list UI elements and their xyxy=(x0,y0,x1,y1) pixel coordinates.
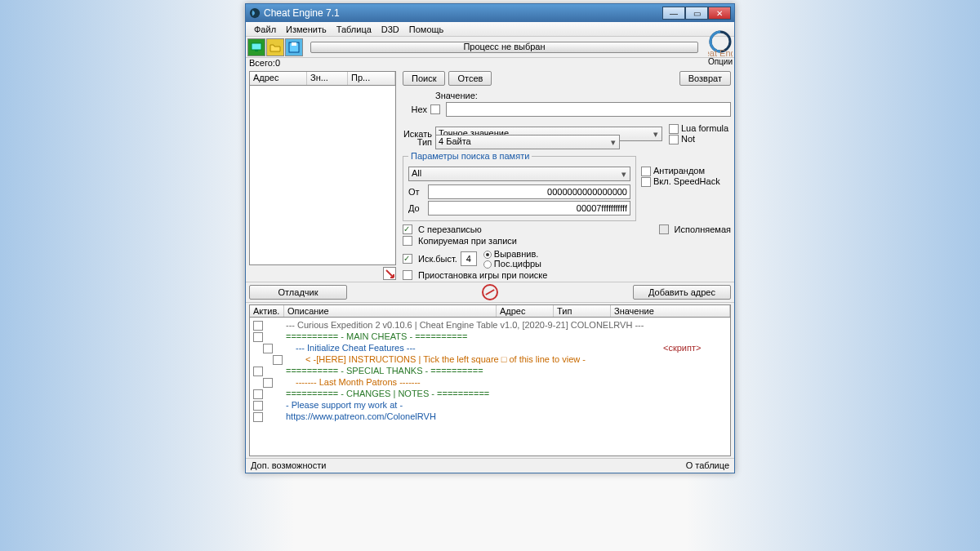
table-row[interactable]: --- Initialize Cheat Features ---<скрипт… xyxy=(252,342,728,353)
row-description: - Please support my work at - xyxy=(286,400,662,410)
table-row[interactable]: https://www.patreon.com/ColonelRVH xyxy=(252,411,728,422)
speedhack-checkbox[interactable] xyxy=(641,177,651,187)
menu-d3d[interactable]: D3D xyxy=(376,24,404,34)
monitor-icon xyxy=(251,42,262,53)
table-row[interactable]: ------- Last Month Patrons ------- xyxy=(252,376,728,388)
menubar: Файл Изменить Таблица D3D Помощь xyxy=(246,22,734,37)
progress-bar xyxy=(310,42,698,53)
value-label: Значение: xyxy=(435,91,478,100)
row-checkbox[interactable] xyxy=(273,355,283,365)
cheat-table-header[interactable]: Актив. Описание Адрес Тип Значение xyxy=(249,304,731,318)
open-file-button[interactable] xyxy=(266,38,284,56)
row-description: --- Initialize Cheat Features --- xyxy=(286,343,662,353)
svg-rect-4 xyxy=(292,42,296,46)
toolbar: Процесс не выбран Cheat Engine Опции xyxy=(246,37,734,58)
app-icon xyxy=(249,7,261,19)
col-address[interactable]: Адрес xyxy=(250,72,307,85)
results-list[interactable] xyxy=(249,86,396,265)
table-row[interactable]: ========== - CHANGES | NOTES - =========… xyxy=(252,388,728,399)
svg-rect-1 xyxy=(252,43,261,50)
col-value[interactable]: Зн... xyxy=(307,72,348,85)
row-checkbox[interactable] xyxy=(253,321,263,331)
row-checkbox[interactable] xyxy=(263,344,273,353)
antirandom-checkbox[interactable] xyxy=(641,167,651,176)
filter-button[interactable]: Отсев xyxy=(448,71,492,86)
maximize-button[interactable]: ▭ xyxy=(685,7,708,20)
row-description: ========== - MAIN CHEATS - ========== xyxy=(286,331,662,341)
menu-table[interactable]: Таблица xyxy=(332,24,376,34)
align-radio[interactable] xyxy=(483,251,492,259)
row-checkbox[interactable] xyxy=(263,378,273,388)
row-checkbox[interactable] xyxy=(253,367,263,376)
revert-button[interactable]: Возврат xyxy=(679,71,731,86)
open-process-button[interactable] xyxy=(247,38,265,56)
row-description: ------- Last Month Patrons ------- xyxy=(286,377,662,387)
no-entry-icon[interactable] xyxy=(482,284,498,300)
row-description: https://www.patreon.com/ColonelRVH xyxy=(286,411,662,421)
row-checkbox[interactable] xyxy=(253,412,263,422)
titlebar[interactable]: Cheat Engine 7.1 — ▭ ✕ xyxy=(246,4,734,22)
statusbar: Доп. возможности О таблице xyxy=(246,458,734,473)
row-checkbox[interactable] xyxy=(253,389,263,399)
col-active[interactable]: Актив. xyxy=(250,305,284,317)
col-value[interactable]: Значение xyxy=(611,305,730,317)
row-checkbox[interactable] xyxy=(253,401,263,411)
cheat-table-body[interactable]: --- Curious Expedition 2 v0.10.6 | Cheat… xyxy=(249,318,731,456)
cow-checkbox[interactable] xyxy=(403,236,412,246)
valtype-label: Тип xyxy=(403,137,432,147)
close-button[interactable]: ✕ xyxy=(708,7,731,20)
table-row[interactable]: ========== - SPECIAL THANKS - ========== xyxy=(252,365,728,376)
writable-checkbox[interactable] xyxy=(403,224,412,234)
status-right[interactable]: О таблице xyxy=(686,460,729,471)
app-window: Cheat Engine 7.1 — ▭ ✕ Файл Изменить Таб… xyxy=(245,3,735,473)
col-previous[interactable]: Пр... xyxy=(348,72,395,85)
value-input[interactable] xyxy=(446,102,731,117)
from-input[interactable] xyxy=(428,184,630,199)
total-row: Всего: 0 xyxy=(246,58,734,69)
results-header[interactable]: Адрес Зн... Пр... xyxy=(249,71,396,86)
group-title: Параметры поиска в памяти xyxy=(408,151,532,161)
align-label: Выравнив. xyxy=(494,249,538,259)
menu-file[interactable]: Файл xyxy=(249,24,281,34)
region-select[interactable]: All xyxy=(408,167,630,181)
table-row[interactable]: --- Curious Expedition 2 v0.10.6 | Cheat… xyxy=(252,319,728,331)
diskette-icon xyxy=(288,42,300,53)
hex-label: Hex xyxy=(403,104,427,114)
svg-rect-2 xyxy=(255,50,258,51)
save-button[interactable] xyxy=(285,38,303,56)
cow-label: Копируемая при записи xyxy=(418,236,517,246)
table-row[interactable]: - Please support my work at - xyxy=(252,399,728,411)
pause-checkbox[interactable] xyxy=(403,270,412,280)
status-left[interactable]: Доп. возможности xyxy=(251,460,326,471)
writable-label: С перезаписью xyxy=(418,224,482,234)
col-type[interactable]: Тип xyxy=(554,305,611,317)
options-link[interactable]: Опции xyxy=(708,57,733,66)
debugger-button[interactable]: Отладчик xyxy=(249,285,347,300)
lastdigits-radio[interactable] xyxy=(483,260,492,269)
valtype-select[interactable]: 4 Байта xyxy=(435,135,620,149)
speedhack-label: Вкл. SpeedHack xyxy=(653,176,720,186)
executable-checkbox[interactable] xyxy=(659,224,669,234)
ce-logo-icon[interactable]: Cheat Engine xyxy=(708,28,733,57)
table-row[interactable]: < -[HERE] INSTRUCTIONS | Tick the left s… xyxy=(252,353,728,365)
row-checkbox[interactable] xyxy=(253,332,263,342)
search-button[interactable]: Поиск xyxy=(403,71,445,86)
col-desc[interactable]: Описание xyxy=(284,305,497,317)
antirandom-label: Антирандом xyxy=(653,166,705,176)
menu-help[interactable]: Помощь xyxy=(404,24,449,34)
fastscan-input[interactable] xyxy=(461,251,477,266)
col-addr[interactable]: Адрес xyxy=(497,305,554,317)
lua-checkbox[interactable] xyxy=(669,124,679,134)
folder-icon xyxy=(270,42,281,53)
table-row[interactable]: ========== - MAIN CHEATS - ========== xyxy=(252,331,728,342)
row-description: < -[HERE] INSTRUCTIONS | Tick the left s… xyxy=(286,354,662,364)
add-address-button[interactable]: Добавить адрес xyxy=(633,285,731,300)
expand-results-icon[interactable] xyxy=(383,267,396,280)
minimize-button[interactable]: — xyxy=(662,7,685,20)
fastscan-checkbox[interactable] xyxy=(403,254,412,264)
executable-label: Исполняемая xyxy=(675,224,731,234)
menu-edit[interactable]: Изменить xyxy=(281,24,332,34)
window-title: Cheat Engine 7.1 xyxy=(264,7,662,19)
hex-checkbox[interactable] xyxy=(430,104,440,114)
to-input[interactable] xyxy=(428,201,630,216)
